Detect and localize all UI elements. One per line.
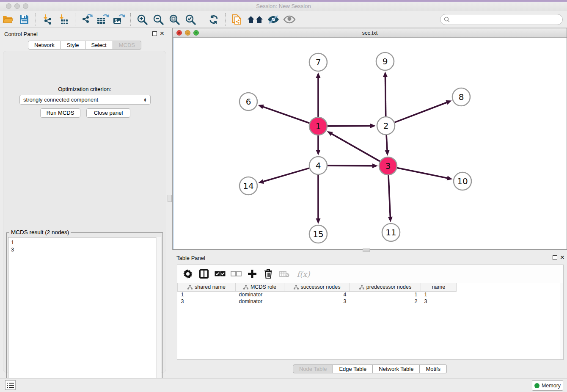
criterion-select[interactable]: strongly connected component ▲▼ [19,95,151,105]
graph-node-6[interactable]: 6 [239,93,257,110]
tab-style[interactable]: Style [61,41,85,50]
graph-node-8[interactable]: 8 [452,88,470,106]
control-panel-float-button[interactable] [152,31,157,36]
graph-node-2[interactable]: 2 [377,117,395,135]
column-header-successor-nodes[interactable]: successor nodes [284,283,350,291]
horizontal-splitter-handle[interactable] [363,248,370,252]
deselect-all-button[interactable] [230,268,242,280]
table-settings-button[interactable] [182,268,194,280]
graph-node-1[interactable]: 1 [309,117,327,135]
node-table: shared nameMCDS rolesuccessor nodesprede… [177,283,457,305]
table-cell[interactable]: 1 [350,291,421,298]
graph-edge-2-3[interactable] [385,135,390,156]
graph-edge-4-15[interactable] [316,175,321,224]
delete-column-button[interactable] [262,268,275,280]
network-window-titlebar[interactable]: ✕ − + scc.txt [173,28,567,38]
graph-node-11[interactable]: 11 [382,224,400,241]
graph-edge-4-14[interactable] [258,168,309,184]
tab-motifs[interactable]: Motifs [420,364,447,373]
tab-network[interactable]: Network [28,41,61,50]
table-panel-close-button[interactable]: ✕ [560,254,565,261]
show-all-button[interactable] [282,13,297,26]
graph-edge-3-11[interactable] [388,175,393,222]
search-input[interactable] [452,15,562,24]
open-session-button[interactable] [1,13,15,26]
graph-edge-1-2[interactable] [328,124,376,128]
hide-selected-button[interactable] [266,13,281,26]
eye-slash-icon [267,14,280,25]
table-cell[interactable]: 2 [350,298,421,305]
tab-node-table[interactable]: Node Table [293,364,333,373]
graph-edge-1-6[interactable] [258,105,310,123]
graph-edge-2-8[interactable] [395,100,452,122]
close-panel-button[interactable]: Close panel [86,108,130,118]
import-network-button[interactable] [40,13,55,26]
list-icon [7,382,14,388]
function-builder-button[interactable]: f(x) [294,268,313,280]
tab-mcds[interactable]: MCDS [113,41,141,50]
run-mcds-button[interactable]: Run MCDS [40,108,80,118]
graph-edge-4-3[interactable] [328,163,378,168]
save-session-button[interactable] [17,13,31,26]
task-history-button[interactable] [5,380,16,390]
table-cell[interactable]: 4 [284,291,350,298]
network-canvas[interactable]: 7968124314101511 [173,38,567,249]
import-table-button[interactable] [56,13,71,26]
table-row[interactable]: 3dominator323 [178,298,457,305]
column-header-MCDS-role[interactable]: MCDS role [236,283,284,291]
delete-table-button[interactable] [278,268,291,280]
toolbar-separator [130,13,131,26]
table-cell[interactable]: 1 [178,291,236,298]
zoom-in-button[interactable] [135,13,149,26]
column-header-shared-name[interactable]: shared name [178,283,236,291]
memory-label: Memory [542,383,561,389]
table-panel-float-button[interactable] [553,255,557,260]
control-panel-close-button[interactable]: ✕ [160,30,165,37]
zoom-fit-icon [169,14,180,25]
table-cell[interactable]: 1 [421,291,457,298]
tab-network-table[interactable]: Network Table [373,364,420,373]
vertical-splitter-handle[interactable] [168,195,172,202]
table-cell[interactable]: dominator [236,298,284,305]
column-header-name[interactable]: name [421,283,457,291]
graph-node-10[interactable]: 10 [454,172,471,190]
zoom-fit-button[interactable] [167,13,182,26]
table-scrollbar[interactable] [560,283,563,359]
graph-edge-2-9[interactable] [383,72,388,116]
refresh-view-button[interactable] [206,13,221,26]
toggle-columns-button[interactable] [198,268,210,280]
table-cell[interactable]: dominator [236,291,284,298]
graph-edge-1-7[interactable] [316,72,321,117]
mcds-result-scrollbar[interactable] [156,237,161,392]
graph-node-15[interactable]: 15 [309,225,327,243]
graph-node-4[interactable]: 4 [309,157,327,174]
graph-node-9[interactable]: 9 [376,52,394,70]
column-header-predecessor-nodes[interactable]: predecessor nodes [350,283,421,291]
svg-text:3: 3 [385,161,391,171]
graph-edge-3-1[interactable] [327,131,380,161]
graph-node-3[interactable]: 3 [379,157,397,175]
table-row[interactable]: 1dominator411 [178,291,457,298]
tab-select[interactable]: Select [85,41,113,50]
tab-edge-table[interactable]: Edge Table [333,364,373,373]
zoom-selected-button[interactable] [183,13,198,26]
export-image-button[interactable] [112,13,126,26]
graph-edge-3-10[interactable] [397,168,453,180]
share-network-button[interactable] [230,13,244,26]
export-table-button[interactable] [96,13,110,26]
graph-node-14[interactable]: 14 [239,177,257,195]
table-toolbar: f(x) [177,265,563,283]
memory-button[interactable]: Memory [532,380,563,391]
mcds-result-text[interactable]: 1 3 [8,237,161,392]
table-cell[interactable]: 3 [178,298,236,305]
add-column-button[interactable] [246,268,259,280]
graph-edge-1-4[interactable] [316,135,321,155]
network-graph: 7968124314101511 [173,38,567,249]
table-cell[interactable]: 3 [284,298,350,305]
graph-node-7[interactable]: 7 [309,53,327,71]
export-network-button[interactable] [80,13,94,26]
zoom-out-button[interactable] [151,13,165,26]
select-all-button[interactable] [214,268,226,280]
home-views-button[interactable] [246,13,264,26]
table-cell[interactable]: 3 [421,298,457,305]
